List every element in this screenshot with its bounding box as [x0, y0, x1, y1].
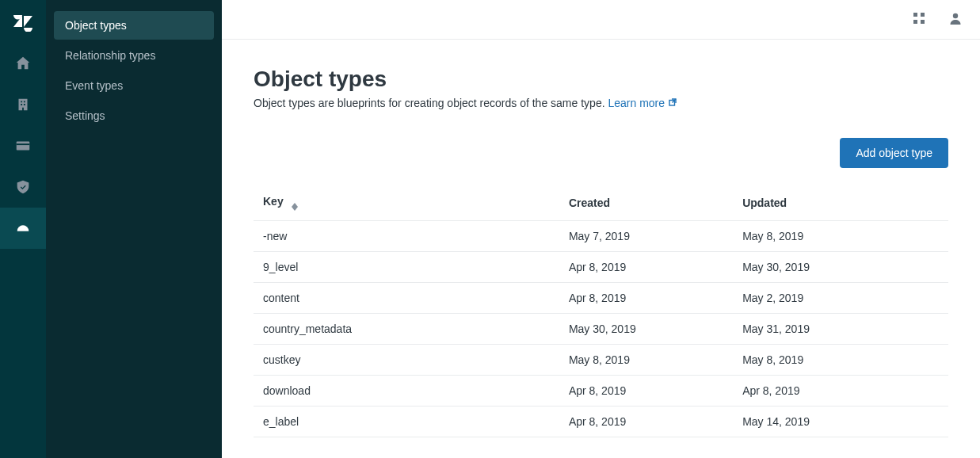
cell-created: May 7, 2019 [559, 221, 733, 252]
table-row[interactable]: downloadApr 8, 2019Apr 8, 2019 [254, 376, 948, 406]
cell-key: 9_level [254, 252, 559, 283]
zendesk-logo[interactable] [0, 0, 46, 43]
sort-indicator-icon [292, 203, 298, 211]
table-row[interactable]: -newMay 7, 2019May 8, 2019 [254, 221, 948, 252]
profile-button[interactable] [948, 11, 963, 28]
sidebar-item-relationship-types[interactable]: Relationship types [54, 41, 214, 70]
column-header-updated[interactable]: Updated [733, 185, 948, 221]
cell-updated: May 30, 2019 [733, 252, 948, 283]
cell-updated: May 8, 2019 [733, 345, 948, 376]
cell-created: Apr 8, 2019 [559, 376, 733, 406]
cell-created: Apr 8, 2019 [559, 252, 733, 283]
rail-sunshine[interactable] [0, 208, 46, 249]
sunshine-icon [14, 219, 32, 237]
rail-shield[interactable] [0, 166, 46, 208]
sidebar-item-label: Object types [65, 19, 127, 32]
rail-building[interactable] [0, 84, 46, 125]
rail-card[interactable] [0, 125, 46, 166]
sidebar-item-settings[interactable]: Settings [54, 101, 214, 130]
main: Object types Object types are blueprints… [222, 0, 980, 458]
page-title: Object types [254, 67, 948, 92]
cell-key: country_metadata [254, 314, 559, 345]
external-link-icon [666, 98, 677, 108]
cell-key: -new [254, 221, 559, 252]
cell-updated: May 31, 2019 [733, 314, 948, 345]
cell-created: Apr 8, 2019 [559, 406, 733, 437]
svg-rect-5 [921, 20, 925, 24]
column-label: Created [569, 197, 610, 209]
apps-button[interactable] [912, 11, 926, 28]
page-description-text: Object types are blueprints for creating… [254, 97, 605, 109]
table-header-row: Key Created Updated [254, 185, 948, 221]
table-row[interactable]: country_metadataMay 30, 2019May 31, 2019 [254, 314, 948, 345]
cell-updated: May 2, 2019 [733, 283, 948, 314]
table-row[interactable]: custkeyMay 8, 2019May 8, 2019 [254, 345, 948, 376]
nav-rail [0, 0, 46, 458]
column-header-created[interactable]: Created [559, 185, 733, 221]
sidebar: Object types Relationship types Event ty… [46, 0, 222, 458]
svg-rect-0 [17, 142, 30, 151]
apps-grid-icon [912, 11, 926, 25]
building-icon [14, 96, 32, 113]
column-label: Updated [742, 197, 787, 209]
zendesk-icon [13, 11, 33, 32]
sidebar-item-object-types[interactable]: Object types [54, 11, 214, 40]
page-description: Object types are blueprints for creating… [254, 97, 948, 109]
svg-point-6 [953, 13, 958, 18]
topbar [222, 0, 980, 40]
add-object-type-button[interactable]: Add object type [840, 138, 948, 168]
cell-key: custkey [254, 345, 559, 376]
cell-updated: May 8, 2019 [733, 221, 948, 252]
learn-more-label: Learn more [608, 97, 665, 109]
cell-key: download [254, 376, 559, 406]
column-header-key[interactable]: Key [254, 185, 559, 221]
svg-rect-4 [913, 20, 917, 24]
sidebar-item-label: Settings [65, 109, 105, 122]
home-icon [14, 55, 32, 72]
table-row[interactable]: contentApr 8, 2019May 2, 2019 [254, 283, 948, 314]
cell-key: content [254, 283, 559, 314]
cell-created: Apr 8, 2019 [559, 283, 733, 314]
learn-more-link[interactable]: Learn more [608, 97, 677, 109]
sidebar-item-label: Relationship types [65, 49, 155, 62]
cell-created: May 8, 2019 [559, 345, 733, 376]
svg-rect-1 [17, 143, 30, 145]
table-row[interactable]: e_labelApr 8, 2019May 14, 2019 [254, 406, 948, 437]
content: Object types Object types are blueprints… [222, 40, 980, 437]
sidebar-item-label: Event types [65, 79, 123, 92]
cell-updated: Apr 8, 2019 [733, 376, 948, 406]
shield-icon [14, 178, 32, 196]
sidebar-item-event-types[interactable]: Event types [54, 71, 214, 100]
cell-updated: May 14, 2019 [733, 406, 948, 437]
object-types-table: Key Created Updated -newMay 7, 2019M [254, 185, 948, 437]
cell-created: May 30, 2019 [559, 314, 733, 345]
actions-bar: Add object type [254, 138, 948, 168]
svg-rect-2 [913, 13, 917, 17]
svg-rect-3 [921, 13, 925, 17]
column-label: Key [263, 195, 284, 208]
cell-key: e_label [254, 406, 559, 437]
table-row[interactable]: 9_levelApr 8, 2019May 30, 2019 [254, 252, 948, 283]
credit-card-icon [14, 137, 32, 155]
rail-home[interactable] [0, 43, 46, 84]
user-icon [948, 11, 963, 25]
